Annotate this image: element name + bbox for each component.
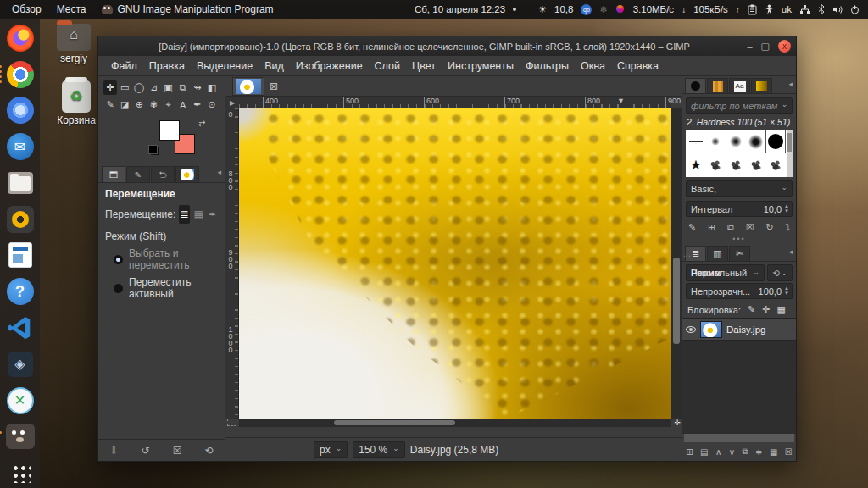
brush-soft-small[interactable] (706, 130, 726, 153)
raise-layer-button[interactable]: ∧ (715, 447, 721, 457)
qbittorrent-tray-icon[interactable]: qb (581, 4, 592, 15)
duplicate-layer-button[interactable]: ⧉ (742, 446, 748, 457)
brush-soft-large[interactable] (746, 130, 766, 153)
new-brush-button[interactable]: ⊞ (708, 222, 715, 233)
panel-collapse-icon[interactable]: ◂ (788, 247, 793, 256)
maximize-button[interactable]: ▢ (761, 41, 770, 52)
dock-splitter-handle[interactable]: ••• (682, 236, 796, 244)
tab-tool-options[interactable]: 🗔 (102, 166, 125, 182)
dock-item-firefox[interactable] (5, 23, 36, 53)
dock-item-rhythmbox[interactable] (5, 204, 36, 235)
image-tab-daisy[interactable] (232, 77, 264, 96)
navigation-preview-button[interactable]: ✛ (674, 419, 681, 427)
tool-rect-select[interactable]: ▭ (118, 80, 131, 95)
tool-eraser[interactable]: ◪ (118, 97, 131, 112)
tab-image-thumbnail[interactable] (175, 166, 199, 182)
tab-channels[interactable]: ▥ (707, 246, 728, 261)
refresh-brushes-button[interactable]: ↻ (765, 222, 773, 233)
spinner-icon[interactable]: ▲▼ (784, 286, 789, 296)
horizontal-scrollbar[interactable] (239, 419, 671, 427)
keepassxc-tray-icon[interactable] (615, 4, 626, 14)
menu-help[interactable]: Справка (611, 58, 665, 75)
brush-hardness-100[interactable] (765, 130, 786, 153)
brush-star[interactable]: ★ (686, 153, 706, 177)
inactive-tray-icon[interactable]: ❄ (599, 4, 607, 15)
swap-colors-icon[interactable]: ⇄ (198, 119, 205, 128)
dock-item-virtualbox[interactable]: ◈ (5, 349, 36, 380)
brush-filter-input[interactable]: фильтр по меткам (686, 97, 793, 114)
dock-item-chrome[interactable] (5, 59, 36, 90)
reset-tool-button[interactable]: ⟲ (204, 445, 213, 457)
lock-alpha-button[interactable]: ▦ (776, 304, 785, 315)
tab-brushes[interactable] (685, 78, 706, 93)
ruler-menu-button[interactable]: ▶ (225, 97, 239, 108)
volume-icon[interactable] (832, 5, 843, 14)
dock-item-show-applications[interactable] (5, 458, 36, 488)
focused-app-menu[interactable]: GNU Image Manipulation Program (102, 3, 274, 15)
tool-paintbrush[interactable]: ✎ (103, 97, 117, 112)
anchor-layer-button[interactable]: ▦ (770, 447, 777, 457)
vertical-ruler[interactable]: 0 800 900 1000 (225, 108, 239, 419)
lock-position-button[interactable]: ✛ (762, 304, 770, 315)
tool-crop[interactable]: ▣ (162, 80, 175, 95)
vertical-scrollbar[interactable] (671, 108, 682, 419)
brush-soft-medium[interactable] (726, 130, 746, 153)
network-icon[interactable] (799, 4, 810, 14)
merge-layer-button[interactable]: ≑ (755, 447, 762, 457)
tool-move[interactable]: ✛ (103, 80, 117, 95)
tool-smudge[interactable]: ✾ (147, 97, 160, 112)
close-button[interactable]: x (778, 40, 791, 53)
dock-item-help[interactable]: ? (5, 276, 36, 307)
menu-select[interactable]: Выделение (191, 58, 259, 75)
move-path-button[interactable]: ✒ (207, 205, 218, 224)
menu-edit[interactable]: Правка (143, 58, 191, 75)
tab-device-status[interactable]: ✎ (126, 166, 150, 182)
open-brush-button[interactable]: ⤵ (786, 222, 791, 232)
menu-colors[interactable]: Цвет (406, 58, 442, 75)
weather-temp[interactable]: 10,8 (554, 4, 573, 14)
tool-ink[interactable]: ✒ (191, 97, 204, 112)
radio-pick-and-move[interactable]: Выбрать и переместить (114, 247, 218, 271)
restore-preset-button[interactable]: ↺ (142, 445, 150, 457)
brush-line[interactable] (686, 130, 706, 153)
keyboard-layout-indicator[interactable]: uk (782, 4, 792, 14)
edit-brush-button[interactable]: ✎ (688, 222, 696, 233)
brush-scrollbar[interactable] (787, 130, 793, 177)
opacity-slider[interactable]: Непрозрачн... 100,0 ▲▼ (686, 283, 793, 299)
tab-gradients[interactable] (751, 78, 772, 93)
spinner-icon[interactable]: ▲▼ (784, 204, 789, 214)
horizontal-ruler[interactable]: 400 500 600 700 800 900 ▼ (239, 97, 671, 108)
tool-clone[interactable]: ⊕ (132, 97, 146, 112)
menu-layer[interactable]: Слой (369, 58, 406, 75)
menu-windows[interactable]: Окна (575, 58, 611, 75)
save-preset-button[interactable]: ⇩ (110, 445, 119, 457)
brush-splatter-1[interactable] (706, 153, 726, 177)
tab-undo-history[interactable]: ⮌ (151, 166, 175, 182)
new-layer-button[interactable]: ⊞ (686, 447, 693, 457)
visibility-eye-icon[interactable] (686, 326, 696, 333)
layer-mode-reset-button[interactable]: ⟲⌄ (767, 264, 793, 281)
image-tab-close-icon[interactable]: ⊠ (270, 80, 278, 92)
layer-mode-select[interactable]: Режим Нормальный (686, 264, 765, 281)
delete-preset-button[interactable]: ☒ (173, 445, 182, 457)
new-group-button[interactable]: ▤ (700, 447, 708, 457)
tool-warp[interactable]: ↬ (191, 80, 204, 95)
panel-collapse-icon[interactable]: ◂ (788, 80, 793, 88)
tool-paths[interactable]: ⌖ (162, 97, 175, 112)
canvas-image-daisy[interactable] (239, 108, 671, 419)
minimize-button[interactable]: – (747, 42, 752, 52)
dock-item-crossover[interactable]: ✕ (5, 385, 36, 416)
dock-resize-handle[interactable]: ⋮ (683, 252, 691, 260)
delete-layer-button[interactable]: ☒ (785, 447, 793, 457)
spacing-slider[interactable]: Интервал 10,0 ▲▼ (686, 201, 793, 217)
bluetooth-icon[interactable] (818, 4, 825, 14)
lock-pixels-button[interactable]: ✎ (748, 304, 755, 315)
tab-paths[interactable]: ✄ (729, 246, 750, 261)
move-selection-button[interactable]: ▦ (193, 205, 204, 224)
menu-tools[interactable]: Инструменты (442, 58, 520, 75)
dock-item-chromium[interactable] (5, 96, 36, 126)
default-colors-icon[interactable] (151, 147, 159, 155)
panel-collapse-icon[interactable]: ◂ (217, 168, 221, 176)
clock[interactable]: Сб, 10 апреля 12:23 (415, 4, 505, 14)
tab-fonts[interactable]: Aa (729, 78, 750, 93)
